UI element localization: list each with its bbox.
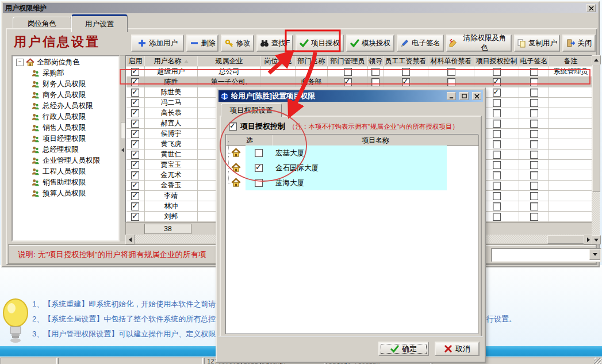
col-header-4[interactable]: 部门名称: [296, 56, 328, 67]
close-button[interactable]: [586, 4, 596, 12]
checkbox[interactable]: [493, 68, 501, 76]
checkbox[interactable]: [131, 89, 139, 97]
find-button[interactable]: 查找F: [256, 35, 293, 52]
col-header-10[interactable]: 电子签名: [519, 56, 549, 67]
tree-root[interactable]: −全部岗位角色: [13, 56, 118, 68]
scroll-down-button[interactable]: [592, 235, 601, 244]
checkbox[interactable]: [131, 202, 139, 210]
checkbox[interactable]: [530, 213, 538, 221]
dialog-close-button[interactable]: [472, 92, 481, 100]
filter-dropdown[interactable]: [491, 248, 601, 262]
checkbox[interactable]: [131, 130, 139, 138]
checkbox[interactable]: [447, 78, 455, 86]
resize-grip[interactable]: [594, 358, 601, 364]
checkbox[interactable]: [493, 171, 501, 179]
delete-button[interactable]: 删除: [186, 35, 218, 52]
sidebar-item-role-5[interactable]: 销售人员权限: [13, 122, 118, 133]
col-header-11[interactable]: 备注: [549, 56, 593, 67]
project-checkbox[interactable]: [255, 179, 263, 187]
checkbox[interactable]: [131, 171, 139, 179]
minimize-button[interactable]: [447, 92, 456, 100]
scroll-left-button[interactable]: [125, 235, 135, 244]
col-header-9[interactable]: 项目授权控制: [474, 56, 519, 67]
checkbox[interactable]: [493, 99, 501, 107]
close-button[interactable]: 关闭: [562, 35, 596, 52]
checkbox[interactable]: [131, 161, 139, 169]
checkbox[interactable]: [530, 151, 538, 159]
cancel-button[interactable]: 取消: [435, 342, 480, 356]
checkbox[interactable]: [493, 202, 501, 210]
table-row-超级用户[interactable]: 超级用户总公司系统管理员: [126, 67, 593, 77]
checkbox[interactable]: [131, 68, 139, 76]
add-user-button[interactable]: 添加用户: [131, 35, 184, 52]
checkbox[interactable]: [447, 68, 455, 76]
sidebar-item-role-3[interactable]: 总经办人员权限: [13, 101, 118, 112]
project-row-金石国际大厦[interactable]: 金石国际大厦: [226, 160, 478, 175]
col-header-6[interactable]: 领导: [368, 56, 384, 67]
checkbox[interactable]: [131, 140, 139, 148]
checkbox[interactable]: [530, 120, 538, 128]
esign-button[interactable]: 电子签名: [397, 35, 444, 52]
sidebar-item-role-0[interactable]: 采购部: [13, 68, 118, 79]
checkbox[interactable]: [493, 78, 501, 86]
sidebar-item-role-7[interactable]: 总经理权限: [13, 144, 118, 155]
checkbox[interactable]: [530, 130, 538, 138]
col-header-1[interactable]: 用户名称: [145, 56, 198, 67]
project-checkbox[interactable]: [255, 149, 263, 157]
project-auth-button[interactable]: 项目授权: [296, 35, 344, 52]
checkbox[interactable]: [493, 192, 501, 200]
sidebar-item-role-9[interactable]: 工程人员权限: [13, 166, 118, 177]
dropdown-button[interactable]: [589, 249, 600, 260]
col-header-3[interactable]: 岗位角色: [261, 56, 296, 67]
checkbox[interactable]: [530, 192, 538, 200]
sidebar-item-role-11[interactable]: 预算人员权限: [13, 188, 118, 199]
checkbox[interactable]: [402, 68, 410, 76]
checkbox[interactable]: [131, 151, 139, 159]
project-checkbox[interactable]: [255, 164, 263, 172]
checkbox[interactable]: [530, 171, 538, 179]
modify-button[interactable]: 修改: [221, 35, 254, 52]
main-titlebar[interactable]: 用户权限维护: [3, 3, 598, 13]
checkbox[interactable]: [530, 182, 538, 190]
checkbox[interactable]: [493, 182, 501, 190]
checkbox[interactable]: [530, 161, 538, 169]
checkbox[interactable]: [131, 109, 139, 117]
checkbox[interactable]: [493, 151, 501, 159]
h-scroll-thumb[interactable]: [547, 235, 584, 244]
checkbox[interactable]: [530, 89, 538, 97]
checkbox[interactable]: [131, 120, 139, 128]
checkbox[interactable]: [371, 78, 379, 86]
tab-user-settings[interactable]: 用户设置: [71, 14, 128, 32]
tab-project-permission[interactable]: 项目权限设置: [221, 104, 282, 117]
col-header-7[interactable]: 员工工资禁看: [384, 56, 428, 67]
col-header-0[interactable]: 启用: [126, 56, 145, 67]
checkbox[interactable]: [493, 130, 501, 138]
copy-user-button[interactable]: 复制用户: [514, 35, 560, 52]
sidebar-item-role-4[interactable]: 行政人员权限: [13, 112, 118, 122]
checkbox[interactable]: [530, 78, 538, 86]
checkbox[interactable]: [131, 182, 139, 190]
project-row-蓝海大厦[interactable]: 蓝海大厦: [226, 175, 478, 190]
checkbox[interactable]: [344, 78, 352, 86]
v-scroll-thumb[interactable]: [592, 64, 600, 192]
sidebar-item-role-6[interactable]: 项目经理权限: [13, 133, 118, 144]
dialog-titlebar[interactable]: 给用户[陈胜]设置项目权限: [218, 90, 483, 102]
collapse-box-icon[interactable]: −: [16, 59, 24, 66]
checkbox[interactable]: [371, 68, 379, 76]
checkbox[interactable]: [493, 161, 501, 169]
col-header-2[interactable]: 规属企业: [198, 56, 261, 67]
checkbox[interactable]: [131, 78, 139, 86]
ok-button[interactable]: 确定: [378, 342, 429, 356]
checkbox[interactable]: [131, 99, 139, 107]
checkbox[interactable]: [530, 109, 538, 117]
checkbox[interactable]: [402, 78, 410, 86]
checkbox[interactable]: [530, 140, 538, 148]
sidebar-item-role-8[interactable]: 企业管理人员权限: [13, 155, 118, 166]
sidebar-item-role-2[interactable]: 商务人员权限: [13, 90, 118, 101]
checkbox[interactable]: [493, 140, 501, 148]
checkbox[interactable]: [530, 99, 538, 107]
checkbox[interactable]: [493, 109, 501, 117]
col-header-8[interactable]: 材料单价禁看: [428, 56, 474, 67]
project-auth-checkbox[interactable]: [229, 122, 237, 131]
checkbox[interactable]: [493, 89, 501, 97]
